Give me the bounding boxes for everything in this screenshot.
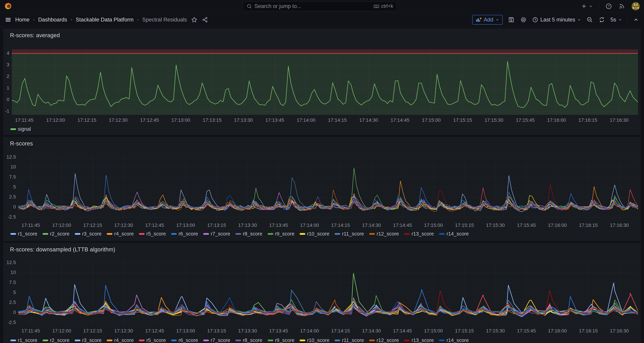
legend-swatch [334,339,340,341]
new-menu-button[interactable] [580,3,593,10]
legend-item[interactable]: r12_score [369,231,399,237]
legend-label: r14_score [446,231,469,237]
favorite-star-button[interactable] [191,16,198,23]
legend-item[interactable]: r9_score [268,337,294,343]
legend-item[interactable]: r13_score [404,337,434,343]
breadcrumb-home[interactable]: Home [15,17,30,23]
news-rss-button[interactable] [618,3,625,10]
legend-item[interactable]: r6_score [171,337,198,343]
chart-canvas[interactable] [4,137,640,241]
save-dashboard-button[interactable] [508,16,515,23]
legend-item[interactable]: r2_score [42,337,70,343]
divider [627,16,628,23]
legend-item[interactable]: r3_score [75,337,102,343]
legend-label: r10_score [307,231,329,237]
breadcrumb: Home Dashboards Stackable Data Platform … [15,17,187,23]
legend: r1_scorer2_scorer3_scorer4_scorer5_score… [10,337,469,343]
legend-item[interactable]: r2_score [42,231,70,237]
time-range-picker[interactable]: Last 5 minutes [532,17,581,23]
chart-canvas[interactable] [4,243,640,343]
legend-item[interactable]: r11_score [334,231,364,237]
plus-icon [580,3,588,10]
legend-item[interactable]: r5_score [139,231,166,237]
panel-title[interactable]: R-scores: downsampled (LTTB algorithm) [10,246,115,253]
legend-item[interactable]: r1_score [10,231,37,237]
legend-swatch [369,233,375,235]
legend-item[interactable]: r13_score [404,231,434,237]
legend-swatch [203,233,209,235]
legend-label: r6_score [178,337,198,343]
legend-label: r11_score [342,231,364,237]
legend-label: r1_score [18,231,37,237]
legend-item[interactable]: r8_score [236,231,262,237]
chevron-right-icon [32,18,36,22]
breadcrumb-current-dashboard: Spectral Residuals [142,17,187,23]
legend-swatch [42,233,48,235]
zoom-out-button[interactable] [586,16,593,23]
legend-item[interactable]: r8_score [236,337,262,343]
legend-label: r2_score [50,337,70,343]
legend-item[interactable]: r7_score [203,231,230,237]
refresh-button[interactable] [598,16,605,23]
legend-swatch [334,233,340,235]
legend-swatch [139,233,144,235]
share-button[interactable] [202,16,208,23]
legend-label: r10_score [307,337,329,343]
legend-swatch [75,339,80,341]
legend-label: signal [18,126,31,132]
legend-item[interactable]: r4_score [107,337,134,343]
legend-item[interactable]: r7_score [203,337,230,343]
legend-item[interactable]: r6_score [171,231,198,237]
legend-item[interactable]: r10_score [300,337,329,343]
keyboard-icon [374,3,379,9]
search-input[interactable]: Search or jump to... ctrl+k [243,2,397,11]
panel-title[interactable]: R-scores [10,140,33,147]
legend-label: r9_score [275,337,294,343]
legend-item[interactable]: r9_score [268,231,294,237]
help-button[interactable]: ? [605,3,612,10]
dashboard-settings-button[interactable] [520,16,527,23]
add-panel-button[interactable]: Add [472,15,502,25]
legend-item[interactable]: r10_score [300,231,329,237]
refresh-interval-label: 5s [610,17,616,23]
legend-item[interactable]: r14_score [439,337,469,343]
grafana-logo[interactable] [4,2,12,11]
legend-swatch [439,233,445,235]
legend-label: r2_score [50,231,70,237]
user-avatar[interactable] [632,2,640,11]
legend-label: r6_score [178,231,198,237]
legend-item[interactable]: r1_score [10,337,37,343]
top-nav-bar: Search or jump to... ctrl+k [0,0,644,13]
chevron-down-icon [577,18,581,22]
legend-item[interactable]: r3_score [75,231,102,237]
clock-icon [532,17,538,23]
hamburger-menu-button[interactable] [4,16,12,23]
legend-label: r12_score [376,231,399,237]
legend-swatch [268,233,273,235]
panel-title[interactable]: R-scores: averaged [10,32,60,39]
legend-swatch [171,339,177,341]
refresh-interval-picker[interactable]: 5s [610,17,622,23]
breadcrumb-dashboards[interactable]: Dashboards [38,17,67,23]
legend-item[interactable]: r4_score [107,231,134,237]
legend-item[interactable]: r12_score [369,337,399,343]
legend-swatch [369,339,375,341]
legend-swatch [10,339,16,341]
legend-label: r14_score [446,337,469,343]
legend-swatch [300,233,305,235]
divider [599,3,599,10]
legend-item[interactable]: signal [10,126,31,132]
legend-item[interactable]: r11_score [334,337,364,343]
legend-label: r9_score [275,231,294,237]
panel-rscores: R-scores r1_scorer2_scorer3_scorer4_scor… [3,137,641,241]
breadcrumb-folder[interactable]: Stackable Data Platform [76,17,134,23]
legend-label: r5_score [146,231,166,237]
collapse-chevron-up-button[interactable] [632,16,640,23]
chart-canvas[interactable] [4,29,640,135]
dashboard-grid: R-scores: averaged signal R-scores r1_sc… [0,27,644,343]
legend-swatch [203,339,209,341]
legend-item[interactable]: r14_score [439,231,469,237]
legend-swatch [171,233,177,235]
legend-swatch [300,339,305,341]
legend-item[interactable]: r5_score [139,337,166,343]
